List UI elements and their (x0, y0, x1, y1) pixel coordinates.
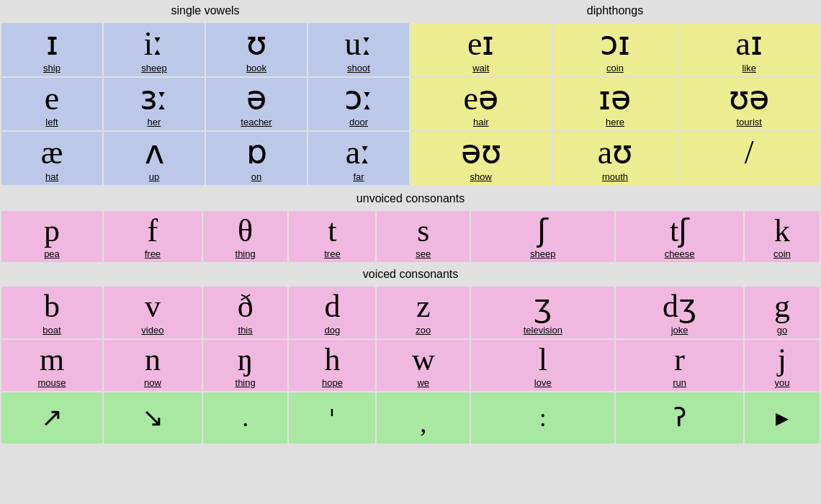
vowel-cell: ʊ book (205, 22, 308, 77)
word-label: boat (4, 325, 99, 336)
ipa-symbol: e (4, 81, 99, 117)
word-label: coin (556, 63, 675, 73)
vowel-cell: iː sheep (103, 22, 205, 77)
stress-cell: ʔ (615, 392, 744, 444)
voiced-cell: n now (103, 339, 202, 392)
word-label: hat (4, 171, 99, 182)
ipa-symbol: m (4, 343, 99, 377)
word-label (681, 171, 817, 182)
ipa-symbol: ɪ (4, 26, 99, 63)
ipa-symbol: d (292, 289, 372, 324)
word-label: up (107, 171, 202, 182)
word-label: mouth (556, 171, 675, 182)
word-label: left (4, 117, 99, 127)
voiced-cell: j you (744, 339, 820, 392)
ipa-symbol: tʃ (619, 214, 740, 248)
word-label: run (619, 377, 740, 388)
voiced-cell: b boat (1, 286, 103, 338)
voiced-cell: g go (744, 286, 820, 338)
voiced-cell: w we (376, 339, 470, 392)
ipa-symbol: . (207, 402, 284, 433)
unvoiced-consonants-title: unvoiced consonants (1, 188, 820, 210)
vowel-cell: aː far (308, 131, 410, 186)
ipa-symbol: aː (311, 135, 406, 171)
ipa-symbol: ʌ (107, 135, 202, 171)
voiced-cell: dʒ joke (615, 286, 744, 338)
word-label: sheep (107, 63, 202, 73)
word-label: joke (619, 325, 740, 336)
vowel-cell: ʌ up (103, 131, 205, 186)
word-label: tourist (681, 117, 817, 127)
ipa-symbol: ʒ (474, 289, 611, 324)
diphthong-cell: aʊ mouth (552, 131, 678, 186)
ipa-symbol: dʒ (619, 289, 740, 324)
ipa-symbol: eɪ (413, 26, 549, 63)
word-label: dog (292, 325, 372, 336)
vowel-cell: uː shoot (308, 22, 410, 77)
voiced-cell: r run (615, 339, 744, 392)
ipa-symbol: ʔ (620, 402, 739, 433)
vowel-cell: æ hat (1, 131, 103, 186)
diphthong-cell: əʊ show (410, 131, 552, 186)
voiced-cell: ʒ television (470, 286, 615, 338)
word-label: far (311, 171, 406, 182)
word-label: thing (206, 248, 285, 259)
word-label: free (107, 248, 199, 259)
stress-cell: ↗ (1, 392, 103, 444)
ipa-symbol: g (748, 289, 817, 324)
ipa-symbol: ↘ (108, 402, 197, 433)
ipa-symbol: ˈ (293, 405, 371, 436)
word-label: hair (413, 117, 549, 127)
vowel-cell: ɪ ship (1, 22, 103, 77)
single-vowels-title: single vowels (1, 0, 410, 22)
voiced-consonants-title: voiced consonants (1, 263, 820, 286)
ipa-symbol: ▸ (749, 402, 815, 433)
word-label: door (311, 117, 406, 127)
ipa-symbol: əʊ (413, 135, 549, 171)
ipa-symbol: ɜː (107, 81, 202, 117)
voiced-cell: h hope (288, 339, 376, 392)
unvoiced-cell: t tree (288, 210, 376, 263)
unvoiced-cell: tʃ cheese (615, 210, 744, 263)
vowel-cell: ə teacher (205, 77, 308, 132)
stress-cell: , (376, 392, 470, 444)
ipa-symbol: s (380, 214, 467, 248)
vowel-cell: ɔː door (308, 77, 410, 132)
word-label: sheep (474, 248, 611, 259)
stress-cell: ↘ (103, 392, 202, 444)
ipa-symbol: ɔɪ (556, 26, 675, 63)
word-label: see (380, 248, 467, 259)
ipa-symbol: , (381, 408, 465, 439)
unvoiced-cell: p pea (1, 210, 103, 263)
ipa-symbol: ɔː (311, 81, 406, 117)
diphthong-cell: aɪ like (678, 22, 820, 77)
ipa-symbol: ɒ (209, 135, 304, 171)
ipa-symbol: l (474, 343, 611, 377)
ipa-symbol: n (107, 343, 199, 377)
diphthong-cell: eə hair (410, 77, 552, 132)
stress-cell: ▸ (744, 392, 820, 444)
ipa-symbol: θ (206, 214, 285, 248)
diphthong-cell: ɔɪ coin (552, 22, 678, 77)
word-label: on (209, 171, 304, 182)
ipa-symbol: ŋ (206, 343, 285, 377)
stress-cell: ˈ (288, 392, 376, 444)
word-label: hope (292, 377, 372, 388)
word-label: this (206, 325, 285, 336)
voiced-cell: z zoo (376, 286, 470, 338)
word-label: shoot (311, 63, 406, 73)
ipa-symbol: aʊ (556, 135, 675, 171)
diphthong-cell: eɪ wait (410, 22, 552, 77)
unvoiced-cell: f free (103, 210, 202, 263)
word-label: teacher (209, 117, 304, 127)
ipa-symbol: iː (107, 26, 202, 63)
ipa-symbol: h (292, 343, 372, 377)
ipa-symbol: aɪ (681, 26, 817, 63)
ipa-symbol: z (380, 289, 467, 324)
ipa-symbol: ʊ (209, 26, 304, 63)
ipa-symbol: w (380, 343, 467, 377)
word-label: now (107, 377, 199, 388)
voiced-cell: v video (103, 286, 202, 338)
ipa-symbol: ə (209, 81, 304, 117)
voiced-cell: d dog (288, 286, 376, 338)
